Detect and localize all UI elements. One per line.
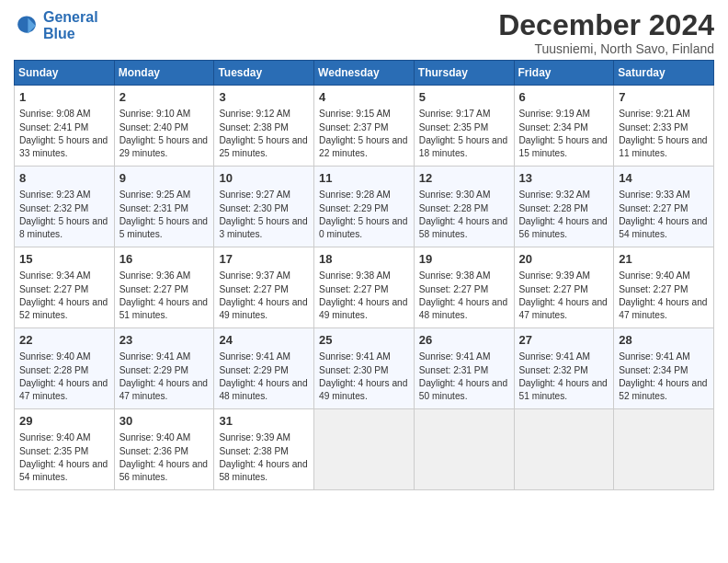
sunset-label: Sunset: 2:35 PM <box>19 446 88 456</box>
daylight-label: Daylight: 5 hours and 8 minutes. <box>19 216 108 239</box>
daylight-label: Daylight: 5 hours and 18 minutes. <box>419 135 507 158</box>
day-cell: 19 Sunrise: 9:38 AM Sunset: 2:27 PM Dayl… <box>414 247 514 328</box>
daylight-label: Daylight: 5 hours and 0 minutes. <box>319 216 407 239</box>
day-cell: 7 Sunrise: 9:21 AM Sunset: 2:33 PM Dayli… <box>614 86 714 167</box>
daylight-label: Daylight: 4 hours and 56 minutes. <box>119 459 208 482</box>
sunset-label: Sunset: 2:28 PM <box>19 365 88 375</box>
logo: General Blue <box>14 9 98 41</box>
day-cell <box>614 409 714 490</box>
daylight-label: Daylight: 5 hours and 5 minutes. <box>119 216 208 239</box>
calendar-table: SundayMondayTuesdayWednesdayThursdayFrid… <box>14 60 714 490</box>
sunrise-label: Sunrise: 9:19 AM <box>519 109 591 119</box>
header-cell-thursday: Thursday <box>414 61 514 86</box>
sunrise-label: Sunrise: 9:38 AM <box>319 270 391 281</box>
sunrise-label: Sunrise: 9:40 AM <box>619 270 690 281</box>
week-row-5: 29 Sunrise: 9:40 AM Sunset: 2:35 PM Dayl… <box>15 409 714 490</box>
day-cell: 1 Sunrise: 9:08 AM Sunset: 2:41 PM Dayli… <box>15 86 115 167</box>
day-number: 10 <box>219 170 309 187</box>
day-number: 9 <box>119 170 210 187</box>
sunrise-label: Sunrise: 9:39 AM <box>519 270 591 281</box>
daylight-label: Daylight: 4 hours and 50 minutes. <box>419 378 507 401</box>
daylight-label: Daylight: 4 hours and 56 minutes. <box>519 216 608 239</box>
sunset-label: Sunset: 2:27 PM <box>319 284 388 294</box>
sunset-label: Sunset: 2:29 PM <box>319 203 388 213</box>
week-row-4: 22 Sunrise: 9:40 AM Sunset: 2:28 PM Dayl… <box>15 328 714 409</box>
daylight-label: Daylight: 4 hours and 47 minutes. <box>519 297 608 320</box>
sunset-label: Sunset: 2:32 PM <box>19 203 88 213</box>
daylight-label: Daylight: 5 hours and 22 minutes. <box>319 135 407 158</box>
daylight-label: Daylight: 5 hours and 11 minutes. <box>619 135 707 158</box>
sunset-label: Sunset: 2:27 PM <box>19 284 88 294</box>
daylight-label: Daylight: 4 hours and 54 minutes. <box>619 216 707 239</box>
sunrise-label: Sunrise: 9:12 AM <box>219 109 290 119</box>
day-cell: 25 Sunrise: 9:41 AM Sunset: 2:30 PM Dayl… <box>314 328 415 409</box>
day-cell: 30 Sunrise: 9:40 AM Sunset: 2:36 PM Dayl… <box>114 409 214 490</box>
sunset-label: Sunset: 2:27 PM <box>519 284 588 294</box>
daylight-label: Daylight: 5 hours and 15 minutes. <box>519 135 608 158</box>
sunrise-label: Sunrise: 9:33 AM <box>619 190 690 200</box>
header-cell-wednesday: Wednesday <box>314 61 415 86</box>
sunset-label: Sunset: 2:34 PM <box>619 365 688 375</box>
sunset-label: Sunset: 2:27 PM <box>619 284 688 294</box>
day-cell <box>314 409 415 490</box>
daylight-label: Daylight: 4 hours and 49 minutes. <box>319 378 407 401</box>
day-number: 26 <box>419 332 509 349</box>
sunrise-label: Sunrise: 9:36 AM <box>119 270 191 281</box>
daylight-label: Daylight: 4 hours and 54 minutes. <box>19 459 108 482</box>
day-cell: 3 Sunrise: 9:12 AM Sunset: 2:38 PM Dayli… <box>214 86 314 167</box>
sunset-label: Sunset: 2:30 PM <box>319 365 388 375</box>
day-cell: 5 Sunrise: 9:17 AM Sunset: 2:35 PM Dayli… <box>414 86 514 167</box>
sunset-label: Sunset: 2:27 PM <box>619 203 688 213</box>
week-row-1: 1 Sunrise: 9:08 AM Sunset: 2:41 PM Dayli… <box>15 86 714 167</box>
header-cell-monday: Monday <box>114 61 214 86</box>
day-number: 2 <box>119 89 210 106</box>
daylight-label: Daylight: 5 hours and 25 minutes. <box>219 135 307 158</box>
day-number: 6 <box>519 89 609 106</box>
day-cell: 24 Sunrise: 9:41 AM Sunset: 2:29 PM Dayl… <box>214 328 314 409</box>
day-number: 31 <box>219 413 309 430</box>
day-number: 21 <box>619 251 709 268</box>
day-cell: 21 Sunrise: 9:40 AM Sunset: 2:27 PM Dayl… <box>614 247 714 328</box>
day-number: 29 <box>19 413 109 430</box>
page: General Blue December 2024 Tuusniemi, No… <box>0 0 728 500</box>
sunrise-label: Sunrise: 9:38 AM <box>419 270 491 281</box>
day-cell: 2 Sunrise: 9:10 AM Sunset: 2:40 PM Dayli… <box>114 86 214 167</box>
day-number: 25 <box>319 332 409 349</box>
week-row-3: 15 Sunrise: 9:34 AM Sunset: 2:27 PM Dayl… <box>15 247 714 328</box>
header-cell-friday: Friday <box>514 61 614 86</box>
header-row: SundayMondayTuesdayWednesdayThursdayFrid… <box>15 61 714 86</box>
day-cell <box>414 409 514 490</box>
logo-text: General Blue <box>43 9 98 41</box>
day-cell: 4 Sunrise: 9:15 AM Sunset: 2:37 PM Dayli… <box>314 86 415 167</box>
day-number: 3 <box>219 89 309 106</box>
header-cell-saturday: Saturday <box>614 61 714 86</box>
day-cell: 8 Sunrise: 9:23 AM Sunset: 2:32 PM Dayli… <box>15 167 115 247</box>
day-number: 22 <box>19 332 109 349</box>
day-number: 15 <box>19 251 109 268</box>
day-number: 5 <box>419 89 509 106</box>
day-number: 27 <box>519 332 609 349</box>
header-cell-sunday: Sunday <box>15 61 115 86</box>
daylight-label: Daylight: 4 hours and 48 minutes. <box>419 297 507 320</box>
sunset-label: Sunset: 2:38 PM <box>219 122 288 132</box>
day-cell: 31 Sunrise: 9:39 AM Sunset: 2:38 PM Dayl… <box>214 409 314 490</box>
day-number: 23 <box>119 332 210 349</box>
sunset-label: Sunset: 2:31 PM <box>119 203 188 213</box>
sunset-label: Sunset: 2:38 PM <box>219 446 288 456</box>
day-cell: 13 Sunrise: 9:32 AM Sunset: 2:28 PM Dayl… <box>514 167 614 247</box>
daylight-label: Daylight: 4 hours and 47 minutes. <box>19 378 108 401</box>
sunset-label: Sunset: 2:27 PM <box>219 284 288 294</box>
daylight-label: Daylight: 4 hours and 49 minutes. <box>319 297 407 320</box>
day-cell: 9 Sunrise: 9:25 AM Sunset: 2:31 PM Dayli… <box>114 167 214 247</box>
sunset-label: Sunset: 2:35 PM <box>419 122 488 132</box>
sunset-label: Sunset: 2:27 PM <box>119 284 188 294</box>
header: General Blue December 2024 Tuusniemi, No… <box>14 9 714 56</box>
sunset-label: Sunset: 2:31 PM <box>419 365 488 375</box>
sunset-label: Sunset: 2:34 PM <box>519 122 588 132</box>
sunrise-label: Sunrise: 9:40 AM <box>19 432 91 442</box>
day-cell: 17 Sunrise: 9:37 AM Sunset: 2:27 PM Dayl… <box>214 247 314 328</box>
sunset-label: Sunset: 2:32 PM <box>519 365 588 375</box>
day-number: 17 <box>219 251 309 268</box>
day-number: 19 <box>419 251 509 268</box>
sunset-label: Sunset: 2:30 PM <box>219 203 288 213</box>
